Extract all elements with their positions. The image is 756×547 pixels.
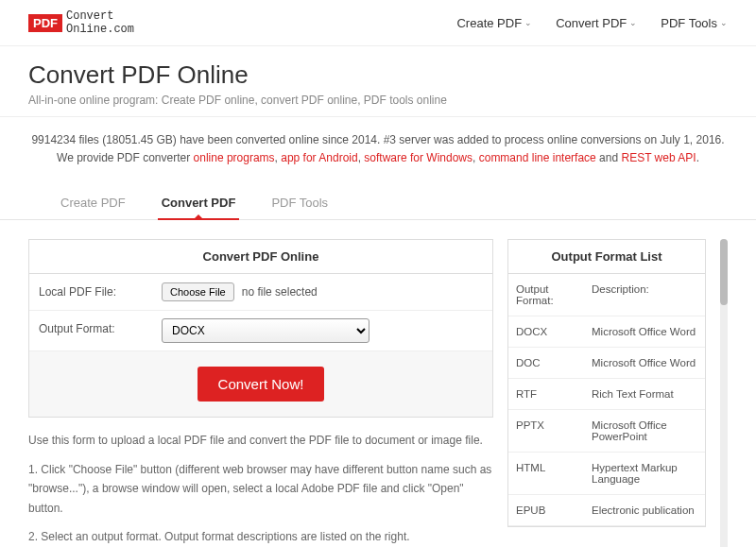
topnav-convert-pdf[interactable]: Convert PDF⌄ <box>556 16 637 30</box>
left-column: Convert PDF Online Local PDF File: Choos… <box>28 239 493 547</box>
logo-line1: Convert <box>66 9 134 23</box>
right-column: Output Format List Output Format: Descri… <box>507 239 706 527</box>
tab-create-pdf[interactable]: Create PDF <box>57 186 129 219</box>
tab-convert-pdf[interactable]: Convert PDF <box>158 186 240 219</box>
link-android[interactable]: app for Android <box>281 151 357 164</box>
format-row-rtf: RTFRich Text Format <box>508 379 705 410</box>
chevron-down-icon: ⌄ <box>629 18 637 27</box>
titlebar: Convert PDF Online All-in-one online pro… <box>0 46 756 117</box>
chevron-down-icon: ⌄ <box>524 18 532 27</box>
format-row-html: HTMLHypertext Markup Language <box>508 453 705 495</box>
link-windows[interactable]: software for Windows <box>364 151 472 164</box>
link-online-programs[interactable]: online programs <box>194 151 275 164</box>
scrollbar-thumb[interactable] <box>720 239 728 305</box>
format-label: Output Format: <box>29 311 152 350</box>
logo-badge: PDF <box>28 14 62 32</box>
page-title: Convert PDF Online <box>28 60 728 90</box>
file-label: Local PDF File: <box>29 274 152 310</box>
link-api[interactable]: REST web API <box>621 151 696 164</box>
col-format: Output Format: <box>508 274 584 316</box>
format-row-pptx: PPTXMicrosoft Office PowerPoint <box>508 410 705 453</box>
convert-now-button[interactable]: Convert Now! <box>198 367 325 402</box>
output-format-select[interactable]: DOCX <box>162 318 369 343</box>
topnav-create-pdf[interactable]: Create PDF⌄ <box>456 16 532 30</box>
instructions: Use this form to upload a local PDF file… <box>28 431 493 547</box>
format-row: Output Format: DOCX <box>29 311 492 351</box>
step-1: 1. Click "Choose File" button (different… <box>28 460 493 518</box>
tabs: Create PDF Convert PDF PDF Tools <box>0 186 756 220</box>
link-cli[interactable]: command line interface <box>479 151 596 164</box>
topnav-pdf-tools[interactable]: PDF Tools⌄ <box>661 16 728 30</box>
format-list-panel: Output Format List Output Format: Descri… <box>507 239 706 527</box>
col-description: Description: <box>584 274 705 316</box>
format-header-row: Output Format: Description: <box>508 274 705 316</box>
logo-line2: Online.com <box>66 23 134 36</box>
format-row-docx: DOCXMicrosoft Office Word <box>508 316 705 348</box>
format-list-heading: Output Format List <box>508 240 705 274</box>
convert-row: Convert Now! <box>29 351 492 417</box>
file-row: Local PDF File: Choose File no file sele… <box>29 274 492 311</box>
scrollbar[interactable] <box>720 239 728 547</box>
topnav: Create PDF⌄ Convert PDF⌄ PDF Tools⌄ <box>456 16 728 30</box>
instructions-intro: Use this form to upload a local PDF file… <box>28 431 493 450</box>
chevron-down-icon: ⌄ <box>720 18 728 27</box>
topbar: PDF Convert Online.com Create PDF⌄ Conve… <box>0 0 756 46</box>
stats-line2: We provide PDF converter online programs… <box>28 149 728 167</box>
panel-heading: Convert PDF Online <box>29 240 492 274</box>
stats-line1: 9914234 files (18051.45 GB) have been co… <box>28 131 728 149</box>
step-2: 2. Select an output format. Output forma… <box>28 527 493 546</box>
stats: 9914234 files (18051.45 GB) have been co… <box>0 117 756 177</box>
format-row-doc: DOCMicrosoft Office Word <box>508 348 705 379</box>
format-row-epub: EPUBElectronic publication <box>508 495 705 526</box>
choose-file-button[interactable]: Choose File <box>162 282 234 301</box>
convert-panel: Convert PDF Online Local PDF File: Choos… <box>28 239 493 418</box>
main: Convert PDF Online Local PDF File: Choos… <box>0 220 756 547</box>
logo[interactable]: PDF Convert Online.com <box>28 9 134 36</box>
page-subtitle: All-in-one online program: Create PDF on… <box>28 94 728 107</box>
tab-pdf-tools[interactable]: PDF Tools <box>267 186 332 219</box>
file-status: no file selected <box>242 285 318 299</box>
